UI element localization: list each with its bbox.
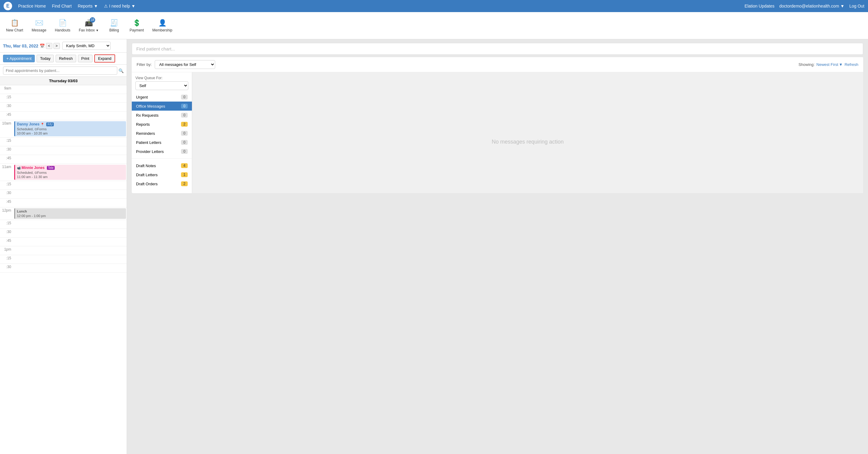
time-slot-9-30: :30 — [0, 103, 127, 112]
fax-badge-container: 📠 18 — [85, 19, 93, 27]
pin-icon: 📍 — [40, 123, 44, 126]
fax-inbox-btn[interactable]: 📠 18 Fax Inbox ▼ — [75, 17, 102, 35]
payment-btn[interactable]: 💲 Payment — [126, 17, 148, 35]
appointment-danny-jones[interactable]: Danny Jones 📍 F/U Scheduled, ⊙Forms 10:0… — [14, 121, 126, 136]
sidebar-item-draft-notes[interactable]: Draft Notes 4 — [132, 161, 192, 170]
appointment-search-btn[interactable]: 🔍 — [119, 68, 124, 73]
time-label: 12pm — [0, 207, 13, 220]
time-slot-10-30: :30 — [0, 146, 127, 155]
nav-right: Elation Updates doctordemo@elationhealth… — [745, 4, 864, 8]
membership-btn[interactable]: 👤 Membership — [149, 17, 176, 35]
office-messages-badge: 0 — [181, 104, 188, 109]
handouts-icon: 📄 — [59, 19, 67, 27]
queue-select[interactable]: Self — [135, 81, 188, 90]
time-label: :45 — [0, 199, 13, 207]
app-logo: E — [4, 2, 12, 10]
time-slot-12pm: 12pm Lunch 12:00 pm - 1:00 pm — [0, 207, 127, 220]
time-label: :30 — [0, 103, 13, 111]
sidebar-date: Thu, Mar 03, 2022 📅 < > — [3, 43, 60, 49]
help-btn[interactable]: ⚠ I need help ▼ — [104, 4, 135, 8]
practice-home-link[interactable]: Practice Home — [18, 4, 46, 8]
time-slot-11-45: :45 — [0, 199, 127, 207]
today-btn[interactable]: Today — [37, 55, 54, 62]
provider-letters-badge: 0 — [181, 149, 188, 154]
tele-tag: Tele — [47, 166, 55, 170]
time-slot-10-45: :45 — [0, 155, 127, 164]
messages-container: Filter by: All messages for Self Showing… — [132, 57, 863, 193]
time-label: :45 — [0, 155, 13, 163]
sidebar-item-reminders[interactable]: Reminders 0 — [132, 129, 192, 138]
provider-select[interactable]: Karly Smith, MD — [62, 42, 111, 50]
user-account-dropdown[interactable]: doctordemo@elationhealth.com ▼ — [779, 4, 844, 8]
refresh-calendar-btn[interactable]: Refresh — [56, 55, 76, 62]
log-out-link[interactable]: Log Out — [849, 4, 864, 8]
handouts-btn[interactable]: 📄 Handouts — [51, 17, 74, 35]
time-label: :15 — [0, 220, 13, 229]
time-slot-12-45: :45 — [0, 238, 127, 246]
find-chart-link[interactable]: Find Chart — [52, 4, 72, 8]
reports-link[interactable]: Reports ▼ — [78, 4, 98, 8]
message-btn[interactable]: ✉️ Message — [28, 17, 50, 35]
time-label: :30 — [0, 229, 13, 237]
membership-icon: 👤 — [158, 19, 166, 27]
main-layout: Thu, Mar 03, 2022 📅 < > Karly Smith, MD … — [0, 39, 868, 454]
sidebar-item-urgent[interactable]: Urgent 0 — [132, 92, 192, 101]
appointment-search-bar: 🔍 — [0, 65, 127, 77]
rx-requests-badge: 0 — [181, 113, 188, 118]
draft-letters-badge: 1 — [181, 172, 188, 177]
time-slot-10am: 10am Danny Jones 📍 F/U Scheduled, ⊙Forms… — [0, 120, 127, 138]
payment-icon: 💲 — [133, 19, 141, 27]
time-label: :45 — [0, 112, 13, 120]
time-label: :15 — [0, 181, 13, 189]
time-slot-1-15: :15 — [0, 255, 127, 264]
elation-updates-link[interactable]: Elation Updates — [745, 4, 775, 8]
sidebar-header: Thu, Mar 03, 2022 📅 < > Karly Smith, MD — [0, 39, 127, 53]
messages-empty-state: No messages requiring action — [192, 72, 863, 193]
sidebar-item-draft-orders[interactable]: Draft Orders 2 — [132, 179, 192, 188]
prev-day-btn[interactable]: < — [46, 43, 52, 49]
billing-btn[interactable]: 🧾 Billing — [104, 17, 125, 35]
sidebar-item-reports[interactable]: Reports 2 — [132, 120, 192, 129]
sidebar-actions: + Appointment Today Refresh Print Expand — [0, 53, 127, 65]
next-day-btn[interactable]: > — [54, 43, 60, 49]
queue-section: View Queue For: Self — [132, 76, 192, 92]
appointment-minnie-jones[interactable]: 📹 Minnie Jones Tele Scheduled, ⊙Forms 11… — [14, 165, 126, 180]
appointment-lunch[interactable]: Lunch 12:00 pm - 1:00 pm — [14, 208, 126, 219]
add-appointment-btn[interactable]: + Appointment — [3, 55, 35, 62]
refresh-messages-link[interactable]: Refresh — [844, 62, 858, 67]
fax-dropdown-arrow: ▼ — [96, 29, 99, 32]
appointment-search-input[interactable] — [3, 66, 117, 75]
sidebar-item-office-messages[interactable]: Office Messages 0 — [132, 101, 192, 111]
sidebar-item-draft-letters[interactable]: Draft Letters 1 — [132, 170, 192, 179]
draft-notes-badge: 4 — [181, 163, 188, 168]
calendar-header: Thursday 03/03 — [0, 77, 127, 85]
sidebar-item-rx-requests[interactable]: Rx Requests 0 — [132, 111, 192, 120]
main-content: Find patient chart... Filter by: All mes… — [127, 39, 868, 454]
print-btn[interactable]: Print — [78, 55, 93, 62]
alert-icon: ⚠ — [104, 4, 108, 8]
fu-tag: F/U — [46, 122, 54, 126]
time-slot-11am: 11am 📹 Minnie Jones Tele Scheduled, ⊙For… — [0, 164, 127, 181]
calendar-icon[interactable]: 📅 — [39, 43, 45, 48]
patient-search-bar[interactable]: Find patient chart... — [132, 43, 863, 55]
filter-bar: Filter by: All messages for Self Showing… — [132, 57, 863, 72]
newest-first-link[interactable]: Newest First ▼ — [816, 62, 843, 67]
time-slot-11-15: :15 — [0, 181, 127, 190]
time-slot-12-15: :15 — [0, 220, 127, 229]
main-toolbar: 📋 New Chart ✉️ Message 📄 Handouts 📠 18 F… — [0, 12, 868, 39]
time-label: :30 — [0, 264, 13, 272]
time-content — [13, 85, 127, 94]
billing-icon: 🧾 — [110, 19, 118, 27]
sidebar-item-patient-letters[interactable]: Patient Letters 0 — [132, 138, 192, 147]
time-slot-9-15: :15 — [0, 94, 127, 103]
sidebar-item-provider-letters[interactable]: Provider Letters 0 — [132, 147, 192, 156]
new-chart-btn[interactable]: 📋 New Chart — [2, 17, 27, 35]
expand-btn[interactable]: Expand — [94, 54, 115, 63]
draft-orders-badge: 2 — [181, 181, 188, 186]
time-slot-12-30: :30 — [0, 229, 127, 238]
filter-select[interactable]: All messages for Self — [155, 60, 215, 69]
messages-divider — [132, 158, 192, 159]
time-label: :15 — [0, 94, 13, 102]
patient-letters-badge: 0 — [181, 140, 188, 145]
time-label: :30 — [0, 146, 13, 155]
